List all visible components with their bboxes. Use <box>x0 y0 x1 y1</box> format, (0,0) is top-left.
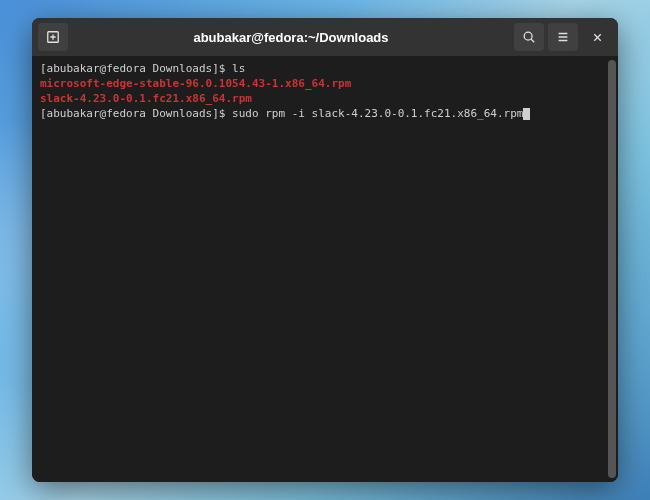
svg-line-4 <box>531 39 534 42</box>
terminal-line: microsoft-edge-stable-96.0.1054.43-1.x86… <box>40 77 610 92</box>
close-button[interactable] <box>582 23 612 51</box>
svg-point-3 <box>524 32 532 40</box>
terminal-line: slack-4.23.0-0.1.fc21.x86_64.rpm <box>40 92 610 107</box>
shell-prompt: [abubakar@fedora Downloads]$ <box>40 62 232 75</box>
titlebar-controls <box>514 23 612 51</box>
command-text: ls <box>232 62 245 75</box>
new-tab-icon <box>46 30 60 44</box>
titlebar: abubakar@fedora:~/Downloads <box>32 18 618 56</box>
scrollbar[interactable] <box>608 60 616 478</box>
terminal-line: [abubakar@fedora Downloads]$ sudo rpm -i… <box>40 107 610 122</box>
new-tab-button[interactable] <box>38 23 68 51</box>
command-text: sudo rpm -i slack-4.23.0-0.1.fc21.x86_64… <box>232 107 523 120</box>
menu-button[interactable] <box>548 23 578 51</box>
window-title: abubakar@fedora:~/Downloads <box>72 30 510 45</box>
terminal-line: [abubakar@fedora Downloads]$ ls <box>40 62 610 77</box>
hamburger-icon <box>556 30 570 44</box>
terminal-window: abubakar@fedora:~/Downloads <box>32 18 618 482</box>
terminal-body[interactable]: [abubakar@fedora Downloads]$ ls microsof… <box>32 56 618 482</box>
shell-prompt: [abubakar@fedora Downloads]$ <box>40 107 232 120</box>
close-icon <box>591 31 604 44</box>
search-icon <box>522 30 536 44</box>
search-button[interactable] <box>514 23 544 51</box>
file-listing: slack-4.23.0-0.1.fc21.x86_64.rpm <box>40 92 252 105</box>
file-listing: microsoft-edge-stable-96.0.1054.43-1.x86… <box>40 77 351 90</box>
cursor <box>523 108 530 120</box>
